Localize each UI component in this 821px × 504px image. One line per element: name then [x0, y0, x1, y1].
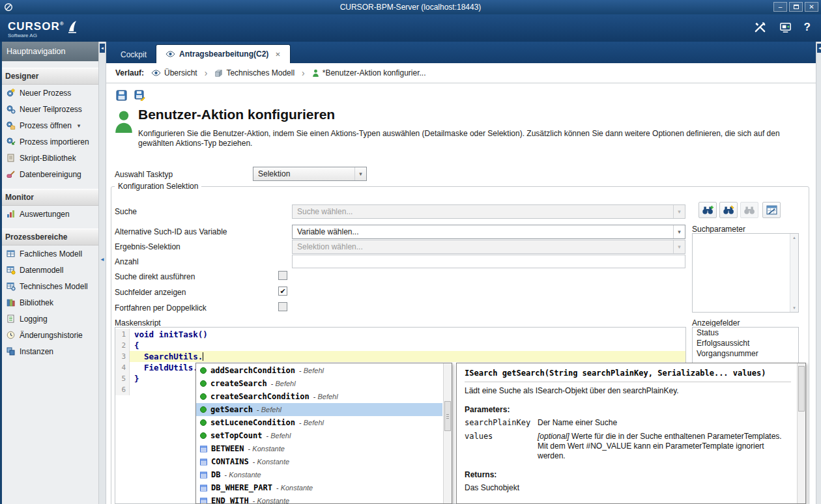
item-name: END_WITH	[211, 496, 249, 504]
tab-cockpit[interactable]: Cockpit	[111, 46, 156, 63]
suche-neu-button[interactable]	[699, 202, 717, 218]
eye-icon	[166, 51, 175, 57]
autocomplete-scrollbar[interactable]	[443, 363, 452, 503]
autocomplete-item[interactable]: BETWEEN Konstante	[196, 442, 442, 455]
autocomplete-item[interactable]: END_WITH Konstante	[196, 494, 442, 504]
autocomplete-item-selected[interactable]: getSearch Befehl	[196, 403, 442, 416]
evaluations-icon	[6, 209, 16, 219]
save-button[interactable]	[115, 89, 128, 102]
doc-scrollbar[interactable]	[797, 363, 805, 503]
suche-select[interactable]: Suche wählen... ▾	[292, 204, 685, 219]
list-item[interactable]: Vorgangsnummer	[693, 348, 798, 359]
sidebar-item-aenderungshistorie[interactable]: Änderungshistorie	[0, 327, 98, 343]
autocomplete-item[interactable]: createSearchCondition Befehl	[196, 390, 442, 403]
code-line[interactable]: 2 {	[115, 340, 685, 351]
autocomplete-item[interactable]: setLuceneCondition Befehl	[196, 416, 442, 429]
list-item[interactable]: Status	[693, 328, 798, 338]
sidebar-item-logging[interactable]: Logging	[0, 311, 98, 327]
anzahl-label: Anzahl	[115, 257, 139, 266]
item-kind: Befehl	[299, 419, 324, 427]
line-number: 6	[115, 384, 130, 395]
sidebar-item-fachliches-modell[interactable]: Fachliches Modell	[0, 245, 98, 262]
constant-icon	[200, 484, 207, 492]
breadcrumb-item-benutzer-aktion[interactable]: *Benutzer-Aktion konfigurier...	[312, 68, 426, 77]
sidebar-item-bibliothek[interactable]: Bibliothek	[0, 294, 98, 311]
sidebar-item-datenbereinigung[interactable]: Datenbereinigung	[0, 166, 98, 182]
tab-close-icon[interactable]: ✕	[275, 51, 280, 58]
ergebnis-tabelle-button[interactable]	[762, 202, 781, 218]
sidebar-item-label: Fachliches Modell	[20, 249, 82, 259]
parameters-heading: Parameters:	[465, 405, 791, 414]
code-line-active[interactable]: 3 SearchUtils.	[115, 351, 685, 362]
fortfahren-checkbox[interactable]	[278, 302, 287, 311]
sidebar-item-technisches-modell[interactable]: Technisches Modell	[0, 278, 98, 294]
code-text	[130, 384, 134, 395]
sidebar-item-label: Logging	[20, 315, 48, 324]
autocomplete-item[interactable]: addSearchCondition Befehl	[196, 364, 442, 377]
parameter-name: values	[465, 432, 538, 461]
import-process-icon	[6, 137, 16, 147]
sidebar-item-neuer-teilprozess[interactable]: Neuer Teilprozess	[0, 101, 98, 117]
autocomplete-item[interactable]: createSearch Befehl	[196, 377, 442, 390]
suche-direkt-checkbox[interactable]	[278, 271, 287, 280]
maximize-icon	[794, 5, 799, 9]
ergebnis-select: Selektion wählen... ▾	[292, 240, 685, 254]
item-name: addSearchCondition	[210, 366, 295, 375]
save-as-icon	[134, 90, 145, 101]
user-action-header-icon	[113, 109, 134, 135]
tasktyp-select[interactable]: Selektion ▾	[253, 167, 367, 181]
close-button[interactable]: ✕	[805, 2, 818, 12]
minimize-button[interactable]: –	[773, 2, 787, 12]
suchparameter-scrollbar[interactable]: ▲ ▼	[790, 234, 798, 312]
autocomplete-item[interactable]: setTopCount Befehl	[196, 429, 442, 442]
sidebar-item-prozess-importieren[interactable]: Prozess importieren	[0, 133, 98, 150]
sidebar-item-auswertungen[interactable]: Auswertungen	[0, 206, 98, 222]
anzahl-input[interactable]	[292, 255, 685, 268]
sidebar-splitter[interactable]: ◄ ◄	[99, 42, 106, 504]
sidebar-item-datenmodell[interactable]: Datenmodell	[0, 262, 98, 278]
tasktyp-label: Auswahl Tasktyp	[115, 170, 173, 179]
collapse-right-button[interactable]: ◄	[817, 44, 821, 53]
splitter-arrow-icon[interactable]: ◄	[100, 257, 105, 262]
sidebar-item-neuer-prozess[interactable]: Neuer Prozess	[0, 85, 98, 101]
breadcrumb-separator-icon: ›	[205, 68, 208, 78]
library-icon	[6, 298, 16, 307]
suchparameter-listbox[interactable]: ▲ ▼	[692, 233, 799, 313]
sidebar-item-prozess-oeffnen[interactable]: Prozess öffnen ▾	[0, 117, 98, 133]
scroll-up-icon[interactable]: ▲	[790, 234, 798, 242]
scrollbar-thumb[interactable]	[444, 401, 451, 431]
deployment-icon[interactable]	[779, 20, 792, 34]
right-splitter[interactable]: ◄	[816, 42, 821, 504]
cube-icon	[214, 69, 223, 77]
maximize-button[interactable]	[789, 2, 803, 12]
breadcrumb-item-uebersicht[interactable]: Übersicht	[151, 68, 197, 77]
save-as-button[interactable]	[133, 89, 146, 102]
scrollbar-thumb[interactable]	[798, 366, 805, 412]
such-id-select[interactable]: Variable wählen... ▾	[292, 225, 685, 239]
tab-antragsbearbeitung[interactable]: Antragsbearbeitung(C2) ✕	[156, 44, 291, 63]
suche-bearbeiten-button[interactable]	[719, 202, 738, 218]
autocomplete-item[interactable]: CONTAINS Konstante	[196, 455, 442, 468]
collapse-sidebar-button[interactable]: ◄	[100, 44, 105, 53]
help-icon[interactable]: ?	[804, 21, 811, 34]
sail-icon	[67, 18, 77, 38]
admin-tools-icon[interactable]	[753, 20, 767, 34]
method-icon	[200, 432, 207, 439]
sidebar-item-label: Neuer Prozess	[20, 89, 71, 98]
parameter-description: [optional] Werte für die in der Suche en…	[538, 432, 791, 461]
autocomplete-item[interactable]: DB Konstante	[196, 468, 442, 481]
sidebar-item-instanzen[interactable]: Instanzen	[0, 343, 98, 359]
sidebar-item-skript-bibliothek[interactable]: Skript-Bibliothek	[0, 150, 98, 166]
method-description: Lädt eine Suche als ISearch-Objekt über …	[465, 386, 791, 396]
logging-icon	[6, 314, 16, 324]
breadcrumb-item-technisches-modell[interactable]: Technisches Modell	[214, 68, 295, 77]
dropdown-caret-icon[interactable]: ▾	[78, 122, 81, 129]
method-icon	[200, 367, 207, 374]
list-item[interactable]: Erfolgsaussicht	[693, 338, 798, 348]
code-line[interactable]: 1 void initTask()	[115, 329, 685, 340]
autocomplete-item[interactable]: DB_WHERE_PART Konstante	[196, 481, 442, 494]
scroll-down-icon[interactable]: ▼	[790, 304, 798, 312]
suche-loeschen-button	[740, 202, 758, 218]
suchfelder-checkbox[interactable]: ✔	[278, 287, 287, 296]
item-kind: Konstante	[276, 484, 313, 492]
